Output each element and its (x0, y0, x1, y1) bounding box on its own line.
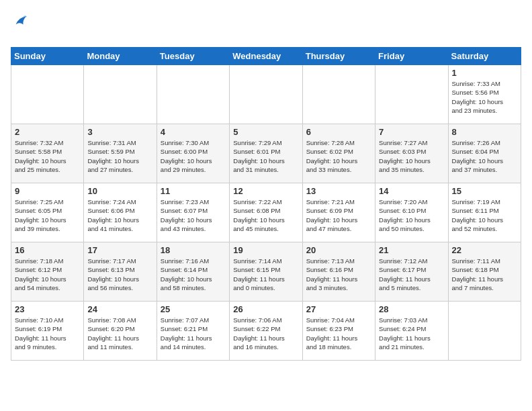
day-info: Sunrise: 7:13 AM Sunset: 6:16 PM Dayligh… (306, 257, 371, 292)
logo-text (11, 13, 27, 42)
day-info: Sunrise: 7:07 AM Sunset: 6:21 PM Dayligh… (161, 316, 226, 351)
calendar-day-cell: 2Sunrise: 7:32 AM Sunset: 5:58 PM Daylig… (11, 124, 84, 183)
calendar-day-cell: 1Sunrise: 7:33 AM Sunset: 5:56 PM Daylig… (448, 65, 521, 124)
day-number: 26 (233, 304, 298, 314)
day-number: 19 (233, 245, 298, 255)
day-number: 18 (161, 245, 226, 255)
day-number: 5 (233, 127, 298, 137)
day-info: Sunrise: 7:24 AM Sunset: 6:06 PM Dayligh… (87, 197, 152, 233)
day-number: 14 (379, 186, 444, 196)
day-info: Sunrise: 7:10 AM Sunset: 6:19 PM Dayligh… (15, 316, 80, 351)
day-info: Sunrise: 7:17 AM Sunset: 6:13 PM Dayligh… (87, 257, 152, 292)
day-number: 17 (87, 245, 152, 255)
day-number: 4 (161, 127, 226, 137)
day-info: Sunrise: 7:04 AM Sunset: 6:23 PM Dayligh… (306, 316, 371, 351)
day-number: 10 (87, 186, 152, 196)
calendar-day-cell: 20Sunrise: 7:13 AM Sunset: 6:16 PM Dayli… (302, 242, 375, 302)
day-info: Sunrise: 7:16 AM Sunset: 6:14 PM Dayligh… (161, 257, 226, 292)
calendar-header-monday: Monday (84, 48, 157, 65)
calendar-day-cell: 27Sunrise: 7:04 AM Sunset: 6:23 PM Dayli… (302, 302, 375, 361)
calendar-day-cell: 21Sunrise: 7:12 AM Sunset: 6:17 PM Dayli… (375, 242, 448, 302)
day-info: Sunrise: 7:30 AM Sunset: 6:00 PM Dayligh… (161, 138, 226, 174)
day-info: Sunrise: 7:08 AM Sunset: 6:20 PM Dayligh… (87, 316, 152, 351)
day-number: 9 (15, 186, 80, 196)
day-number: 27 (306, 304, 371, 314)
day-number: 3 (87, 127, 152, 137)
day-number: 11 (161, 186, 226, 196)
logo-bird-icon (12, 13, 27, 28)
day-info: Sunrise: 7:31 AM Sunset: 5:59 PM Dayligh… (87, 138, 152, 174)
day-info: Sunrise: 7:12 AM Sunset: 6:17 PM Dayligh… (379, 257, 444, 292)
calendar-week-row: 2Sunrise: 7:32 AM Sunset: 5:58 PM Daylig… (11, 124, 521, 183)
day-number: 13 (306, 186, 371, 196)
calendar-day-cell: 4Sunrise: 7:30 AM Sunset: 6:00 PM Daylig… (157, 124, 229, 183)
day-number: 24 (87, 304, 152, 314)
calendar-header-sunday: Sunday (11, 48, 84, 65)
calendar-day-cell (230, 65, 302, 124)
day-info: Sunrise: 7:23 AM Sunset: 6:07 PM Dayligh… (161, 197, 226, 233)
calendar-day-cell: 18Sunrise: 7:16 AM Sunset: 6:14 PM Dayli… (157, 242, 229, 302)
day-number: 23 (15, 304, 80, 314)
calendar-day-cell: 3Sunrise: 7:31 AM Sunset: 5:59 PM Daylig… (84, 124, 157, 183)
calendar-day-cell: 6Sunrise: 7:28 AM Sunset: 6:02 PM Daylig… (302, 124, 375, 183)
calendar-day-cell (375, 65, 448, 124)
calendar-header-saturday: Saturday (448, 48, 521, 65)
calendar-day-cell: 13Sunrise: 7:21 AM Sunset: 6:09 PM Dayli… (302, 183, 375, 242)
day-info: Sunrise: 7:29 AM Sunset: 6:01 PM Dayligh… (233, 138, 298, 174)
calendar-day-cell: 8Sunrise: 7:26 AM Sunset: 6:04 PM Daylig… (448, 124, 521, 183)
day-number: 7 (379, 127, 444, 137)
calendar-day-cell (157, 65, 229, 124)
calendar-week-row: 9Sunrise: 7:25 AM Sunset: 6:05 PM Daylig… (11, 183, 521, 242)
calendar-day-cell (302, 65, 375, 124)
day-number: 22 (452, 245, 517, 255)
calendar-day-cell (84, 65, 157, 124)
calendar-week-row: 23Sunrise: 7:10 AM Sunset: 6:19 PM Dayli… (11, 302, 521, 361)
day-info: Sunrise: 7:14 AM Sunset: 6:15 PM Dayligh… (233, 257, 298, 292)
calendar-day-cell: 28Sunrise: 7:03 AM Sunset: 6:24 PM Dayli… (375, 302, 448, 361)
day-number: 21 (379, 245, 444, 255)
calendar-day-cell: 10Sunrise: 7:24 AM Sunset: 6:06 PM Dayli… (84, 183, 157, 242)
calendar-day-cell: 9Sunrise: 7:25 AM Sunset: 6:05 PM Daylig… (11, 183, 84, 242)
calendar-day-cell: 17Sunrise: 7:17 AM Sunset: 6:13 PM Dayli… (84, 242, 157, 302)
calendar-day-cell: 16Sunrise: 7:18 AM Sunset: 6:12 PM Dayli… (11, 242, 84, 302)
calendar-header-row: SundayMondayTuesdayWednesdayThursdayFrid… (11, 48, 521, 65)
calendar-day-cell: 15Sunrise: 7:19 AM Sunset: 6:11 PM Dayli… (448, 183, 521, 242)
calendar-day-cell: 19Sunrise: 7:14 AM Sunset: 6:15 PM Dayli… (230, 242, 302, 302)
page-header (11, 11, 521, 42)
calendar-day-cell: 7Sunrise: 7:27 AM Sunset: 6:03 PM Daylig… (375, 124, 448, 183)
day-info: Sunrise: 7:06 AM Sunset: 6:22 PM Dayligh… (233, 316, 298, 351)
day-info: Sunrise: 7:26 AM Sunset: 6:04 PM Dayligh… (452, 138, 517, 174)
day-info: Sunrise: 7:18 AM Sunset: 6:12 PM Dayligh… (15, 257, 80, 292)
calendar-day-cell (11, 65, 84, 124)
day-info: Sunrise: 7:22 AM Sunset: 6:08 PM Dayligh… (233, 197, 298, 233)
calendar-week-row: 16Sunrise: 7:18 AM Sunset: 6:12 PM Dayli… (11, 242, 521, 302)
day-info: Sunrise: 7:21 AM Sunset: 6:09 PM Dayligh… (306, 197, 371, 233)
calendar-day-cell: 22Sunrise: 7:11 AM Sunset: 6:18 PM Dayli… (448, 242, 521, 302)
day-number: 15 (452, 186, 517, 196)
day-number: 6 (306, 127, 371, 137)
day-info: Sunrise: 7:20 AM Sunset: 6:10 PM Dayligh… (379, 197, 444, 233)
day-number: 25 (161, 304, 226, 314)
day-info: Sunrise: 7:32 AM Sunset: 5:58 PM Dayligh… (15, 138, 80, 174)
calendar-day-cell: 14Sunrise: 7:20 AM Sunset: 6:10 PM Dayli… (375, 183, 448, 242)
calendar-day-cell: 26Sunrise: 7:06 AM Sunset: 6:22 PM Dayli… (230, 302, 302, 361)
calendar-header-thursday: Thursday (302, 48, 375, 65)
day-info: Sunrise: 7:28 AM Sunset: 6:02 PM Dayligh… (306, 138, 371, 174)
day-number: 2 (15, 127, 80, 137)
calendar-table: SundayMondayTuesdayWednesdayThursdayFrid… (11, 47, 521, 361)
day-number: 12 (233, 186, 298, 196)
calendar-day-cell: 25Sunrise: 7:07 AM Sunset: 6:21 PM Dayli… (157, 302, 229, 361)
day-info: Sunrise: 7:03 AM Sunset: 6:24 PM Dayligh… (379, 316, 444, 351)
calendar-header-wednesday: Wednesday (230, 48, 302, 65)
calendar-day-cell: 11Sunrise: 7:23 AM Sunset: 6:07 PM Dayli… (157, 183, 229, 242)
calendar-header-friday: Friday (375, 48, 448, 65)
day-number: 20 (306, 245, 371, 255)
calendar-header-tuesday: Tuesday (157, 48, 229, 65)
day-info: Sunrise: 7:11 AM Sunset: 6:18 PM Dayligh… (452, 257, 517, 292)
calendar-week-row: 1Sunrise: 7:33 AM Sunset: 5:56 PM Daylig… (11, 65, 521, 124)
calendar-day-cell: 12Sunrise: 7:22 AM Sunset: 6:08 PM Dayli… (230, 183, 302, 242)
logo (11, 13, 27, 42)
day-number: 1 (452, 68, 517, 78)
calendar-day-cell (448, 302, 521, 361)
day-info: Sunrise: 7:19 AM Sunset: 6:11 PM Dayligh… (452, 197, 517, 233)
